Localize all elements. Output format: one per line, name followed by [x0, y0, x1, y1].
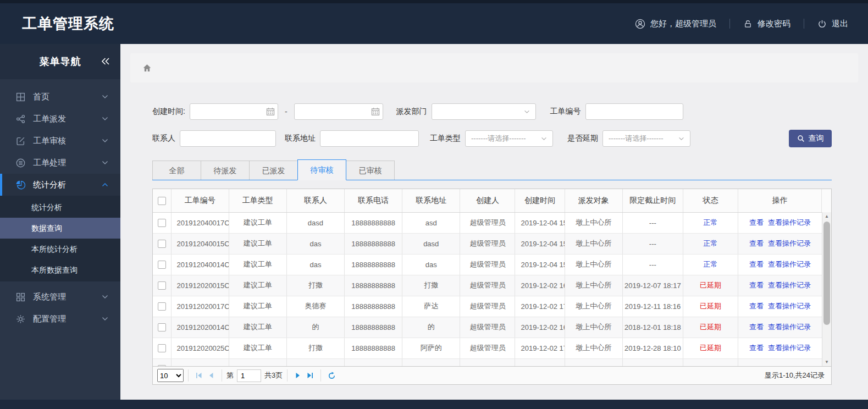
sidebar-item-label: 系统管理	[33, 292, 66, 302]
created-time-start-input[interactable]	[190, 103, 278, 120]
table-row: 201912020015C 建议工单 打撒 18888888888 打撒 超级管…	[153, 275, 831, 296]
calendar-icon[interactable]	[266, 107, 275, 116]
row-checkbox[interactable]	[158, 240, 166, 248]
user-icon	[635, 19, 645, 29]
dispatch-dept-select[interactable]	[432, 103, 536, 120]
scroll-down-icon[interactable]: ▼	[822, 360, 831, 364]
order-no-input[interactable]	[585, 103, 683, 120]
tab-all[interactable]: 全部	[152, 161, 201, 180]
sidebar-item-statistics[interactable]: 统计分析	[0, 174, 120, 196]
sidebar-item-config[interactable]: 配置管理	[0, 308, 120, 330]
sidebar-item-process[interactable]: 工单处理	[0, 152, 120, 174]
sidebar-item-label: 统计分析	[33, 180, 66, 190]
view-link[interactable]: 查看	[749, 218, 764, 226]
share-icon	[16, 114, 25, 124]
view-link[interactable]: 查看	[749, 344, 764, 352]
calendar-icon[interactable]	[371, 107, 380, 116]
sidebar-item-dispatch[interactable]: 工单派发	[0, 108, 120, 130]
view-log-link[interactable]: 查看操作记录	[768, 323, 811, 331]
tab-reviewed[interactable]: 已审核	[346, 161, 395, 180]
logout-button[interactable]: 退出	[817, 19, 848, 29]
tab-to-review[interactable]: 待审核	[297, 159, 346, 180]
status-badge: 已延期	[683, 275, 738, 296]
vertical-scrollbar[interactable]: ▲ ▼	[822, 212, 831, 366]
created-time-end-input[interactable]	[294, 103, 383, 120]
edit-icon	[16, 136, 25, 146]
table-row: 201912040017C 建议工单 dasd 18888888888 asd …	[153, 212, 831, 233]
table-row-partial	[153, 358, 831, 366]
search-icon	[797, 135, 805, 142]
view-link[interactable]: 查看	[749, 239, 764, 247]
view-link[interactable]: 查看	[749, 302, 764, 310]
status-badge: 已延期	[683, 317, 738, 338]
row-checkbox[interactable]	[158, 219, 166, 227]
row-checkbox[interactable]	[158, 365, 166, 366]
col-actions: 操作	[738, 189, 822, 212]
process-icon	[16, 158, 25, 168]
scroll-up-icon[interactable]: ▲	[822, 214, 831, 219]
row-checkbox[interactable]	[158, 281, 166, 290]
table-row: 201912020017C 建议工单 奥德赛 18888888888 萨达 超级…	[153, 296, 831, 317]
col-contact: 联系人	[286, 189, 344, 212]
submenu-item-local-data-query[interactable]: 本所数据查询	[0, 259, 120, 280]
delay-select[interactable]: -------请选择-------	[602, 130, 690, 147]
submenu-item-local-statistics[interactable]: 本所统计分析	[0, 239, 120, 259]
home-icon[interactable]	[142, 63, 152, 73]
order-no-label: 工单编号	[550, 107, 581, 117]
view-log-link[interactable]: 查看操作记录	[768, 239, 811, 247]
status-badge: 正常	[683, 254, 738, 275]
sidebar-item-home[interactable]: 首页	[0, 86, 120, 108]
submenu-item-statistics-analysis[interactable]: 统计分析	[0, 197, 120, 218]
view-log-link[interactable]: 查看操作记录	[768, 344, 811, 352]
contact-input[interactable]	[180, 130, 276, 147]
submenu-item-data-query[interactable]: 数据查询	[0, 218, 120, 239]
dispatch-dept-label: 派发部门	[396, 107, 427, 117]
view-log-link[interactable]: 查看操作记录	[768, 302, 811, 310]
chevron-down-icon	[102, 117, 108, 121]
search-button[interactable]: 查询	[789, 130, 832, 147]
next-page-button[interactable]	[292, 369, 304, 382]
collapse-sidebar-icon[interactable]	[101, 57, 110, 65]
refresh-icon[interactable]	[325, 369, 338, 382]
logout-label: 退出	[832, 19, 848, 29]
scrollbar-thumb[interactable]	[823, 222, 830, 325]
view-log-link[interactable]: 查看操作记录	[768, 260, 811, 268]
row-checkbox[interactable]	[158, 302, 166, 311]
view-link[interactable]: 查看	[749, 281, 764, 289]
main-content: 创建时间: - 派发部门	[120, 44, 868, 400]
tab-to-dispatch[interactable]: 待派发	[201, 161, 250, 180]
change-password-button[interactable]: 修改密码	[743, 19, 790, 29]
grid-icon	[16, 292, 25, 302]
last-page-button[interactable]	[304, 369, 316, 382]
select-all-checkbox[interactable]	[158, 197, 166, 205]
view-log-link[interactable]: 查看操作记录	[768, 218, 811, 226]
order-type-select[interactable]: -------请选择-------	[465, 130, 553, 147]
page-number-input[interactable]	[237, 369, 261, 382]
records-summary: 显示1-10,共24记录	[765, 371, 827, 380]
row-checkbox[interactable]	[158, 344, 166, 352]
power-icon	[817, 19, 827, 29]
address-input[interactable]	[320, 130, 419, 147]
pie-chart-icon	[16, 180, 25, 190]
tab-dispatched[interactable]: 已派发	[249, 161, 298, 180]
sidebar-item-label: 工单审核	[33, 136, 66, 146]
sidebar-item-system[interactable]: 系统管理	[0, 286, 120, 308]
table-row: 201912040014C 建议工单 das 18888888888 das 超…	[153, 254, 831, 275]
row-checkbox[interactable]	[158, 323, 166, 331]
view-log-link[interactable]: 查看操作记录	[768, 281, 811, 289]
sidebar-item-review[interactable]: 工单审核	[0, 130, 120, 152]
sidebar-item-label: 首页	[33, 92, 49, 102]
created-time-label: 创建时间:	[152, 107, 185, 117]
sidebar-item-label: 工单处理	[33, 158, 66, 168]
work-order-table: 工单编号 工单类型 联系人 联系电话 联系地址 创建人 创建时间 派发对象 限定…	[152, 189, 832, 385]
row-checkbox[interactable]	[158, 261, 166, 269]
user-greeting[interactable]: 您好，超级管理员	[635, 19, 716, 29]
chevron-down-icon	[102, 95, 108, 99]
prev-page-button[interactable]	[205, 369, 217, 382]
table-header-row: 工单编号 工单类型 联系人 联系电话 联系地址 创建人 创建时间 派发对象 限定…	[153, 189, 831, 212]
view-link[interactable]: 查看	[749, 260, 764, 268]
col-target: 派发对象	[565, 189, 622, 212]
first-page-button[interactable]	[193, 369, 205, 382]
view-link[interactable]: 查看	[749, 323, 764, 331]
page-size-select[interactable]: 10	[157, 369, 184, 382]
